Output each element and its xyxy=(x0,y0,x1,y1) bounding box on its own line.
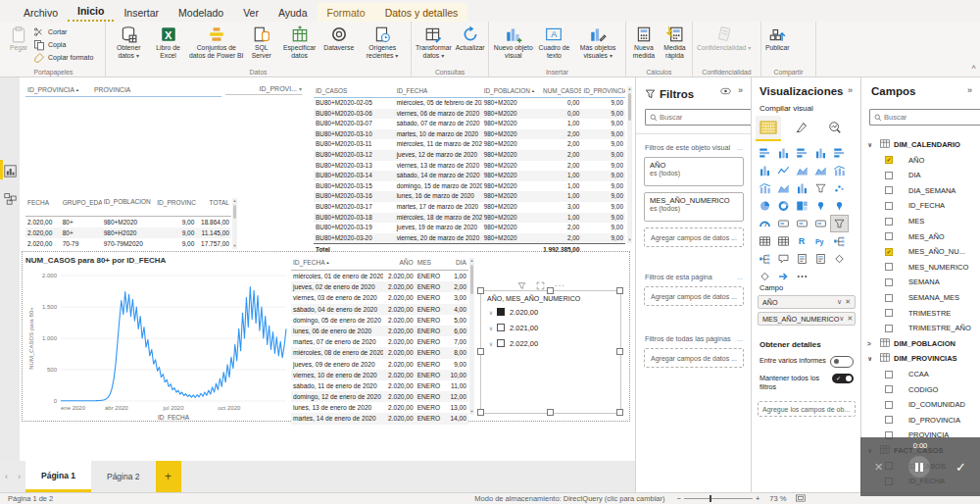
chevron-down-icon[interactable]: ∨ xyxy=(485,325,497,331)
field-node-dia-semana[interactable]: DIA_SEMANA xyxy=(867,183,978,198)
donut-chart-icon[interactable] xyxy=(774,197,793,215)
field-checkbox[interactable] xyxy=(885,218,893,226)
matrix-icon[interactable] xyxy=(774,232,793,250)
mas-objetos-visuales-button[interactable]: Más objetos visuales ▾ xyxy=(572,24,623,61)
collapse-ribbon-icon[interactable]: ˄ xyxy=(971,63,976,72)
page-tab-pagina-1[interactable]: Página 1 xyxy=(25,461,91,492)
stacked-column-chart-icon[interactable] xyxy=(774,144,793,162)
column-header[interactable]: ID_FECHA xyxy=(395,84,482,97)
field-checkbox[interactable] xyxy=(885,172,893,179)
column-header[interactable]: ID_CASOS xyxy=(314,84,395,97)
slicer-item[interactable]: ∨2.022,00 xyxy=(485,335,620,351)
field-node-ccaa[interactable]: CCAA xyxy=(867,367,978,381)
ribbon-tab-formato[interactable]: Formato xyxy=(318,3,375,22)
selection-handle[interactable] xyxy=(547,409,554,416)
more-visuals-icon[interactable] xyxy=(793,268,811,285)
build-visual-tab[interactable] xyxy=(756,116,781,141)
eye-icon[interactable] xyxy=(720,87,731,97)
confidencialidad-button[interactable]: Confidencialidad ▾ xyxy=(695,24,753,54)
column-header[interactable]: MES xyxy=(416,256,442,270)
selection-handle[interactable] xyxy=(477,348,484,355)
chevron-down-icon[interactable]: ∨ xyxy=(837,298,842,306)
clustered-column-chart-icon[interactable] xyxy=(811,144,830,162)
collapse-pane-icon[interactable]: » xyxy=(848,85,853,95)
column-header[interactable]: ID_PROVINCIA xyxy=(581,84,625,97)
calendario-table-visual[interactable]: ID_FECHA▲AÑOMESDIAmiércoles, 01 de enero… xyxy=(291,256,468,425)
area-chart-icon[interactable] xyxy=(793,162,811,179)
pause-recording-icon[interactable] xyxy=(908,456,930,478)
field-checkbox[interactable] xyxy=(885,186,893,194)
model-view-icon[interactable] xyxy=(4,191,17,204)
treemap-icon[interactable] xyxy=(793,197,811,215)
ribbon-tab-modelado[interactable]: Modelado xyxy=(169,3,233,22)
line-stacked-column-chart-icon[interactable] xyxy=(830,162,849,179)
column-header[interactable]: ID_POBLACION xyxy=(102,198,156,216)
fields-search[interactable] xyxy=(869,109,980,126)
field-checkbox[interactable]: ✓ xyxy=(885,156,893,164)
selection-handle[interactable] xyxy=(547,287,554,294)
python-visual-icon[interactable]: Py xyxy=(811,232,830,250)
card-icon[interactable] xyxy=(774,215,793,232)
field-checkbox[interactable] xyxy=(885,416,893,424)
toggle-switch[interactable]: ✓ xyxy=(832,374,854,383)
actualizar-button[interactable]: Actualizar xyxy=(454,24,487,53)
field-node-id-fecha[interactable]: ID_FECHA xyxy=(867,198,978,213)
chevron-down-icon[interactable]: ∨ xyxy=(485,340,497,347)
slicer-checkbox[interactable] xyxy=(497,308,505,316)
zoom-level[interactable]: 73 % xyxy=(769,494,786,503)
fields-search-input[interactable] xyxy=(882,112,964,123)
ribbon-chart-icon[interactable] xyxy=(774,179,793,197)
slicer-checkbox[interactable] xyxy=(497,324,505,331)
field-node-ano[interactable]: ✓AÑO xyxy=(867,153,978,168)
gauge-icon[interactable] xyxy=(756,215,774,232)
field-checkbox[interactable] xyxy=(885,309,893,317)
cuadro-de-texto-button[interactable]: ACuadro de texto xyxy=(536,24,573,60)
field-checkbox[interactable] xyxy=(885,202,893,210)
pie-chart-icon[interactable] xyxy=(756,197,774,215)
toggle-switch[interactable] xyxy=(830,356,854,368)
column-header[interactable]: ID_POBLACION▲ xyxy=(482,84,541,97)
storage-mode[interactable]: Modo de almacenamiento: DirectQuery (cli… xyxy=(474,494,664,503)
zoom-slider[interactable] xyxy=(684,498,753,499)
origenes-recientes-button[interactable]: Orígenes recientes ▾ xyxy=(356,24,409,61)
filled-map-icon[interactable] xyxy=(830,197,849,215)
table-node-dim-poblacion[interactable]: >DIM_POBLACION xyxy=(867,336,978,351)
scatter-chart-icon[interactable] xyxy=(830,179,849,197)
obtener-datos-button[interactable]: Obtener datos ▾ xyxy=(108,24,149,61)
waterfall-chart-icon[interactable] xyxy=(793,179,811,197)
field-checkbox[interactable] xyxy=(885,294,893,302)
filter-card-ano[interactable]: AÑOes (todos) xyxy=(644,157,744,186)
medida-rapida-button[interactable]: Medida rápida xyxy=(660,24,690,60)
copiar-formato-button[interactable]: Copiar formato xyxy=(33,51,93,63)
line-chart-visual[interactable]: NUM_CASOS para 80+ por ID_FECHA 05001.00… xyxy=(25,256,292,423)
resumen-table-visual[interactable]: FECHAGRUPO_EDADID_POBLACIONID_PROVINCIAT… xyxy=(25,198,231,249)
add-data-fields-drop-zone[interactable]: Agregar campos de datos ... xyxy=(644,286,744,306)
zoom-in-button[interactable]: + xyxy=(756,494,760,503)
100-stacked-bar-chart-icon[interactable] xyxy=(830,144,849,162)
casos-scrollbar[interactable]: ▲▼ xyxy=(627,86,632,243)
ribbon-tab-ver[interactable]: Ver xyxy=(233,3,269,22)
100-stacked-column-chart-icon[interactable] xyxy=(756,162,774,179)
field-checkbox[interactable] xyxy=(885,325,893,332)
column-header[interactable]: GRUPO_EDAD xyxy=(61,198,102,216)
ribbon-tab-insertar[interactable]: Insertar xyxy=(114,3,169,22)
more-options-icon[interactable]: ··· xyxy=(555,281,565,290)
collapse-pane-icon[interactable]: » xyxy=(738,85,743,95)
field-checkbox[interactable] xyxy=(885,232,893,240)
toggle-entre-varios-informes[interactable]: Entre varios informes xyxy=(760,356,854,368)
multi-row-card-icon[interactable] xyxy=(793,215,811,232)
selection-handle[interactable] xyxy=(616,409,623,416)
filters-search-input[interactable] xyxy=(658,112,740,123)
field-node-id-provincia[interactable]: ID_PROVINCIA xyxy=(867,413,978,428)
selection-handle[interactable] xyxy=(616,287,623,294)
funnel-chart-icon[interactable] xyxy=(811,179,830,197)
table-node-dim-calendario[interactable]: ∨DIM_CALENDARIO xyxy=(867,137,978,152)
slicer-item[interactable]: ∨2.021,00 xyxy=(485,320,620,335)
new-page-button[interactable]: + xyxy=(156,461,181,492)
field-checkbox[interactable] xyxy=(885,278,893,286)
field-node-mes[interactable]: MES xyxy=(867,214,978,228)
add-data-fields-drop-zone[interactable]: Agregar campos de datos ... xyxy=(644,348,744,368)
line-clustered-column-chart-icon[interactable] xyxy=(756,179,774,197)
map-icon[interactable] xyxy=(811,197,830,215)
chevron-right-icon[interactable]: > xyxy=(867,340,876,347)
